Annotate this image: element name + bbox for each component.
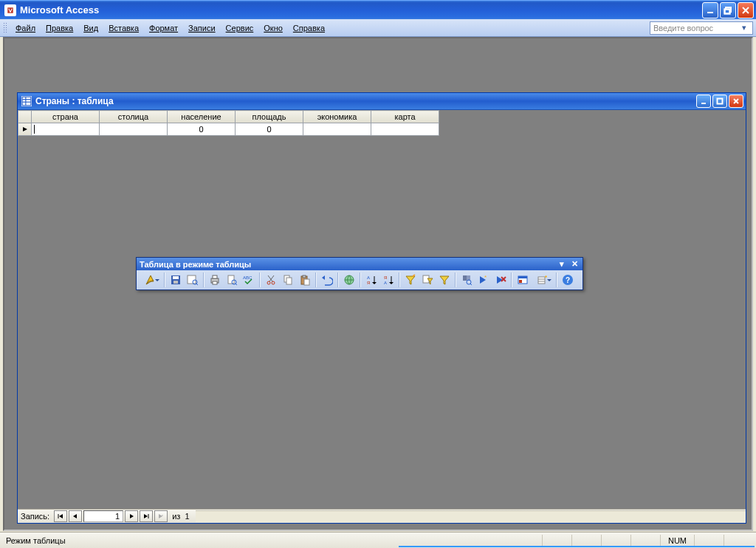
column-header[interactable]: экономика bbox=[303, 111, 371, 123]
new-record-button[interactable]: * bbox=[475, 272, 492, 288]
hyperlink-button[interactable] bbox=[341, 272, 357, 288]
undo-button[interactable] bbox=[319, 272, 335, 288]
svg-rect-44 bbox=[303, 275, 306, 278]
cell-capital[interactable] bbox=[100, 123, 168, 136]
dropdown-icon[interactable]: ▾ bbox=[738, 23, 749, 32]
menu-edit[interactable]: Правка bbox=[41, 22, 78, 34]
svg-marker-16 bbox=[59, 514, 63, 518]
svg-rect-26 bbox=[173, 281, 178, 284]
doc-title-bar: Страны : таблица bbox=[18, 93, 746, 110]
column-header[interactable]: карта bbox=[371, 111, 439, 123]
status-mode: Режим таблицы bbox=[3, 535, 542, 546]
nav-first-button[interactable] bbox=[54, 510, 67, 522]
status-pane bbox=[542, 535, 571, 546]
svg-marker-46 bbox=[322, 275, 325, 280]
minimize-button[interactable] bbox=[702, 2, 718, 18]
toolbar-buttons: ABC АЯ ЯА * ? bbox=[137, 270, 583, 290]
ask-question-box[interactable]: Введите вопрос ▾ bbox=[650, 21, 753, 35]
menu-help[interactable]: Справка bbox=[288, 22, 330, 34]
column-header[interactable]: столица bbox=[100, 111, 168, 123]
cell-map[interactable] bbox=[371, 123, 439, 136]
svg-line-35 bbox=[236, 284, 237, 285]
svg-rect-27 bbox=[188, 275, 196, 284]
toolbar-title-bar[interactable]: Таблица в режиме таблицы ▾ ✕ bbox=[137, 258, 583, 270]
menu-file[interactable]: Файл bbox=[10, 22, 41, 34]
doc-title: Страны : таблица bbox=[35, 96, 114, 106]
copy-button[interactable] bbox=[280, 272, 296, 288]
paste-button[interactable] bbox=[297, 272, 313, 288]
table-row[interactable]: 0 0 bbox=[18, 123, 439, 136]
record-of: из 1 bbox=[172, 512, 189, 521]
svg-text:*: * bbox=[162, 514, 163, 518]
menu-view[interactable]: Вид bbox=[78, 22, 103, 34]
sort-desc-button[interactable]: ЯА bbox=[380, 272, 396, 288]
svg-rect-25 bbox=[173, 276, 179, 279]
spelling-button[interactable]: ABC bbox=[241, 272, 257, 288]
nav-prev-button[interactable] bbox=[69, 510, 82, 522]
menu-window[interactable]: Окно bbox=[258, 22, 288, 34]
svg-rect-42 bbox=[286, 278, 292, 284]
close-button[interactable] bbox=[738, 2, 754, 18]
menu-format[interactable]: Формат bbox=[144, 22, 183, 34]
svg-rect-70 bbox=[518, 276, 527, 278]
cell-country[interactable] bbox=[32, 123, 100, 136]
new-object-button[interactable] bbox=[532, 272, 554, 288]
column-header[interactable]: площадь bbox=[236, 111, 303, 123]
nav-new-button[interactable]: * bbox=[154, 510, 168, 522]
app-title-bar: Microsoft Access bbox=[0, 0, 756, 19]
sort-asc-button[interactable]: АЯ bbox=[363, 272, 379, 288]
print-preview-button[interactable] bbox=[224, 272, 240, 288]
svg-text:А: А bbox=[384, 281, 387, 285]
svg-marker-51 bbox=[372, 282, 377, 284]
toggle-filter-button[interactable] bbox=[436, 272, 453, 288]
select-all-corner[interactable] bbox=[18, 111, 32, 123]
row-selector-current[interactable] bbox=[18, 123, 32, 136]
cut-button[interactable] bbox=[263, 272, 279, 288]
restore-button[interactable] bbox=[720, 2, 736, 18]
column-header[interactable]: страна bbox=[32, 111, 100, 123]
doc-close-button[interactable] bbox=[729, 95, 743, 108]
svg-marker-23 bbox=[146, 275, 154, 284]
toolbar-options-icon[interactable]: ▾ bbox=[557, 259, 567, 270]
svg-rect-72 bbox=[538, 277, 545, 284]
database-window-button[interactable] bbox=[515, 272, 531, 288]
svg-marker-56 bbox=[406, 276, 415, 284]
search-button[interactable] bbox=[185, 272, 201, 288]
menu-insert[interactable]: Вставка bbox=[103, 22, 144, 34]
filter-by-form-button[interactable] bbox=[419, 272, 436, 288]
menu-tools[interactable]: Сервис bbox=[221, 22, 259, 34]
menu-records[interactable]: Записи bbox=[183, 22, 221, 34]
save-button[interactable] bbox=[168, 272, 184, 288]
column-header[interactable]: население bbox=[168, 111, 236, 123]
doc-minimize-button[interactable] bbox=[696, 95, 711, 108]
nav-next-button[interactable] bbox=[125, 510, 138, 522]
svg-point-40 bbox=[272, 281, 275, 284]
print-button[interactable] bbox=[207, 272, 223, 288]
cell-economy[interactable] bbox=[303, 123, 371, 136]
floating-toolbar[interactable]: Таблица в режиме таблицы ▾ ✕ ABC АЯ ЯА bbox=[136, 257, 583, 290]
toolbar-grip[interactable] bbox=[3, 22, 7, 34]
window-controls bbox=[702, 2, 754, 18]
delete-record-button[interactable] bbox=[492, 272, 509, 288]
record-number-input[interactable] bbox=[83, 510, 123, 522]
cell-area[interactable]: 0 bbox=[236, 123, 303, 136]
find-button[interactable] bbox=[458, 272, 475, 288]
nav-scrollbar-placeholder bbox=[196, 510, 746, 522]
status-pane bbox=[694, 535, 724, 546]
menu-bar: Файл Правка Вид Вставка Формат Записи Се… bbox=[0, 19, 756, 37]
svg-text:*: * bbox=[484, 274, 487, 281]
svg-rect-60 bbox=[463, 275, 467, 281]
help-icon-button[interactable]: ? bbox=[560, 272, 576, 288]
toolbar-close-icon[interactable]: ✕ bbox=[569, 259, 580, 270]
datasheet-grid[interactable]: страна столица население площадь экономи… bbox=[18, 110, 746, 136]
svg-rect-32 bbox=[213, 281, 217, 284]
status-pane bbox=[571, 535, 601, 546]
nav-last-button[interactable] bbox=[140, 510, 153, 522]
svg-line-29 bbox=[196, 284, 198, 285]
view-button[interactable] bbox=[140, 272, 162, 288]
svg-rect-71 bbox=[519, 280, 522, 283]
doc-maximize-button[interactable] bbox=[712, 95, 727, 108]
svg-line-63 bbox=[470, 284, 472, 285]
filter-by-selection-button[interactable] bbox=[402, 272, 419, 288]
cell-population[interactable]: 0 bbox=[168, 123, 236, 136]
